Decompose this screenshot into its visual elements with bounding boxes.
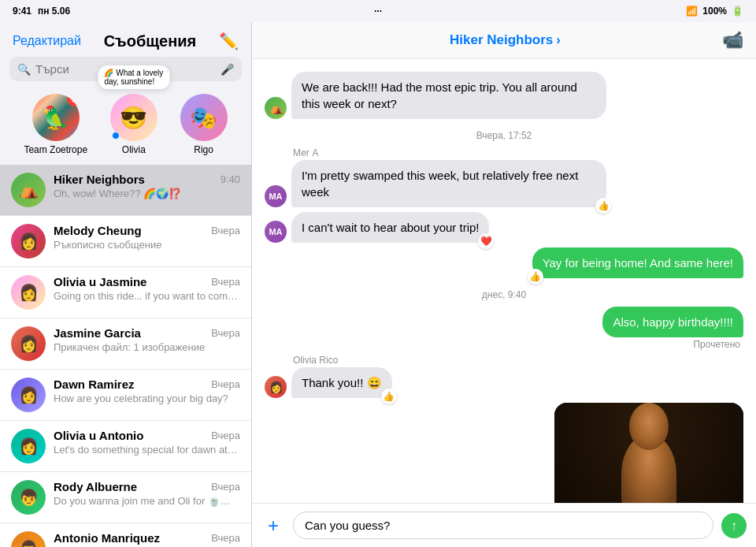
message-row-6: Olivia Rico 👩 Thank you!! 😄 👍 [265,355,743,398]
pinned-contact-team[interactable]: 🦜 6 Team Zoetrope [24,94,87,155]
messages-area: ⛺ We are back!!! Had the most epic trip.… [252,59,756,503]
tooltip-olivia: 🌈 What a lovelyday, sunshine! [98,65,169,89]
search-icon: 🔍 [17,63,31,76]
bubble-6: Thank you!! 😄 👍 [291,367,392,398]
chevron-right-icon: › [556,32,561,48]
reaction-thumbsup-2: 👍 [595,198,611,214]
conv-sender-olivia-j: Olivia u Jasmine [54,275,146,288]
conv-avatar-dawn: 👩 [11,378,46,412]
pinned-contacts: 🦜 6 Team Zoetrope 🌈 What a lovelyday, su… [0,87,251,165]
messages-title: Съобщения [104,32,197,50]
conv-antonio[interactable]: 👨 Antonio Manriquez Вчера [0,523,251,547]
reaction-thumbsup-6: 👍 [381,389,397,404]
pinned-name-rigo: Rigo [194,144,213,155]
conv-avatar-jasmine: 👩 [11,326,46,361]
photo-person [554,403,743,503]
conv-rody[interactable]: 👦 Rody Albuerne Вчера Do you wanna join … [0,472,251,523]
timestamp-yesterday: Вчера, 17:52 [265,130,743,141]
battery-label: 100% [702,6,727,17]
conv-content-hiker: Hiker Neighbors 9:40 Oh, wow! Where?? 🌈🌍… [54,173,240,199]
date: пн 5.06 [38,6,70,17]
message-row-4: Yay for being home! And same here! 👍 [265,247,743,278]
dots-indicator: ··· [374,6,382,17]
msg-avatar-olivia-r: 👩 [265,376,287,398]
conv-hiker-neighbors[interactable]: ⛺ Hiker Neighbors 9:40 Oh, wow! Where?? … [0,165,251,216]
conv-sender-rody: Rody Albuerne [54,480,137,493]
main-container: Редактирай Съобщения ✏️ 🔍 🎤 🦜 6 Team Zoe… [0,22,756,547]
sender-label-meg: Мег А [293,147,319,158]
msg-avatar-1: ⛺ [265,97,287,119]
conv-dawn[interactable]: 👩 Dawn Ramirez Вчера How are you celebra… [0,370,251,421]
chat-header: Hiker Neighbors › 📹 [252,22,756,59]
pinned-contact-rigo[interactable]: 🎭 Rigo [180,94,228,155]
conv-jasmine[interactable]: 👩 Jasmine Garcia Вчера Прикачен файл: 1 … [0,318,251,370]
message-input[interactable] [293,512,713,539]
conv-melody[interactable]: 👩 Melody Cheung Вчера Ръкописно съобщени… [0,216,251,267]
reaction-heart-3: ❤️ [478,233,494,249]
bubble-5: Also, happy birthday!!!! [602,307,743,337]
message-row-5: Also, happy birthday!!!! Прочетено [265,307,743,350]
compose-button[interactable]: ✏️ [219,32,239,50]
message-row-3: MA I can't wait to hear about your trip!… [265,212,743,243]
pinned-avatar-team: 🦜 6 [32,94,80,141]
left-panel: Редактирай Съобщения ✏️ 🔍 🎤 🦜 6 Team Zoe… [0,22,252,547]
conv-avatar-olivia-j: 👩 [11,275,46,310]
right-panel: Hiker Neighbors › 📹 ⛺ We are back!!! Had… [252,22,756,547]
conv-time-melody: Вчера [211,225,240,236]
message-row-2: Мег А MA I'm pretty swamped this week, b… [265,147,743,207]
add-button[interactable]: + [261,514,285,538]
message-row-7 [265,403,743,503]
conv-sender-hiker: Hiker Neighbors [54,173,145,186]
status-bar: 9:41 пн 5.06 ··· 📶 100% 🔋 [0,0,756,22]
conv-sender-olivia-a: Olivia u Antonio [54,429,143,442]
photo-message [554,403,743,503]
conv-avatar-melody: 👩 [11,224,46,259]
messages-header: Редактирай Съобщения ✏️ [0,22,251,57]
status-bar-center: ··· [374,6,382,17]
status-bar-right: 📶 100% 🔋 [686,6,743,17]
conv-avatar-antonio: 👨 [11,531,46,547]
bubble-2: I'm pretty swamped this week, but relati… [291,160,606,207]
conv-sender-jasmine: Jasmine Garcia [54,326,141,340]
pinned-contact-olivia[interactable]: 🌈 What a lovelyday, sunshine! 😎 Olivia [110,94,158,155]
sender-label-olivia-r: Olivia Rico [293,355,338,366]
conv-preview-jasmine: Прикачен файл: 1 изображение [54,341,240,353]
pinned-name-olivia: Olivia [122,144,146,155]
chat-title[interactable]: Hiker Neighbors › [450,32,561,48]
conv-preview-melody: Ръкописно съобщение [54,239,240,251]
mic-icon: 🎤 [220,63,234,76]
bubble-4: Yay for being home! And same here! 👍 [532,247,743,278]
conv-time-hiker: 9:40 [220,173,240,185]
message-list: ⛺ Hiker Neighbors 9:40 Oh, wow! Where?? … [0,165,251,547]
conv-olivia-jasmine[interactable]: 👩 Olivia u Jasmine Вчера Going on this r… [0,267,251,318]
conv-sender-antonio: Antonio Manriquez [54,531,160,545]
conv-avatar-hiker: ⛺ [11,173,46,207]
conv-sender-melody: Melody Cheung [54,224,142,237]
message-row-1: ⛺ We are back!!! Had the most epic trip.… [265,72,743,119]
conv-preview-dawn: How are you celebrating your big day? [54,393,240,404]
reaction-thumbsup-4: 👍 [528,269,543,285]
conv-avatar-olivia-a: 👩 [11,429,46,463]
input-area: + ↑ [252,503,756,547]
send-button[interactable]: ↑ [721,513,747,538]
conv-olivia-antonio[interactable]: 👩 Olivia u Antonio Вчера Let's do someth… [0,421,251,472]
timestamp-today: днес, 9:40 [265,289,743,300]
video-call-button[interactable]: 📹 [722,30,743,50]
pinned-name-team: Team Zoetrope [24,144,87,155]
time: 9:41 [13,6,32,17]
edit-button[interactable]: Редактирай [13,34,81,48]
msg-avatar-meg: MA [265,185,287,207]
read-label-5: Прочетено [693,339,740,350]
bubble-1: We are back!!! Had the most epic trip. Y… [291,72,606,119]
conv-avatar-rody: 👦 [11,480,46,515]
wifi-icon: 📶 [686,6,698,17]
pinned-avatar-rigo: 🎭 [180,94,228,141]
status-bar-left: 9:41 пн 5.06 [13,6,70,17]
chat-title-text: Hiker Neighbors [450,32,553,48]
unread-badge-team: 6 [67,94,80,106]
battery-icon: 🔋 [732,6,743,17]
conv-preview-hiker: Oh, wow! Where?? 🌈🌍⁉️ [54,188,240,199]
conv-preview-olivia-j: Going on this ride... if you want to com… [54,290,240,302]
olivia-online-dot [112,132,120,140]
bubble-3: I can't wait to hear about your trip! ❤️ [291,212,489,243]
